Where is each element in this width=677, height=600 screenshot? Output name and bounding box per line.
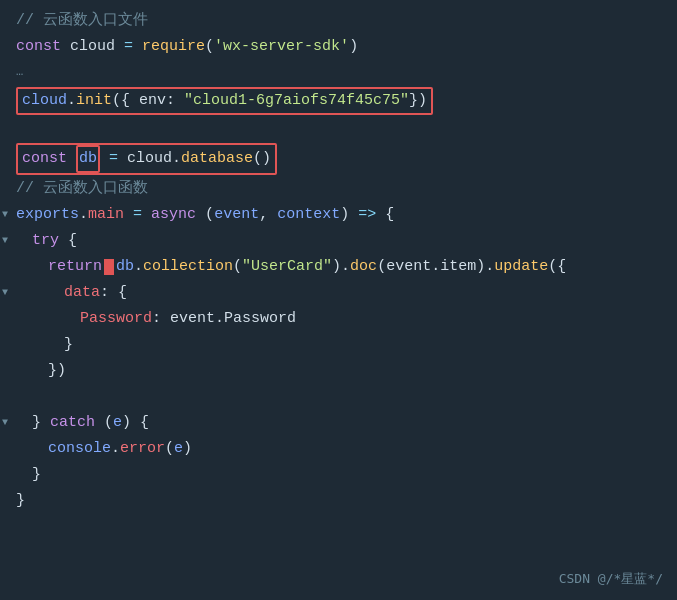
fn-require: require bbox=[142, 35, 205, 59]
brace-open-main: { bbox=[376, 203, 394, 227]
db-var-boxed: db bbox=[76, 145, 100, 173]
code-editor: // 云函数入口文件 const cloud = require ( 'wx-s… bbox=[0, 0, 677, 600]
db-ref: db bbox=[116, 255, 134, 279]
space7 bbox=[142, 203, 151, 227]
op-assign: = bbox=[133, 203, 142, 227]
comment-entry: // 云函数入口函数 bbox=[16, 177, 148, 201]
dot3: . bbox=[134, 255, 143, 279]
space4 bbox=[100, 147, 109, 171]
error-paren-close: ) bbox=[183, 437, 192, 461]
fn-update: update bbox=[494, 255, 548, 279]
line-data-open: ▼ data : { bbox=[0, 280, 677, 306]
space5: cloud. bbox=[118, 147, 181, 171]
fold-arrow-try[interactable]: ▼ bbox=[2, 233, 8, 249]
brace-catch-close: } bbox=[32, 463, 41, 487]
line-exports-close: } bbox=[0, 488, 677, 514]
init-args: ({ env: bbox=[112, 89, 184, 113]
error-arg: e bbox=[174, 437, 183, 461]
line-const-db: const db = cloud. database () bbox=[0, 142, 677, 176]
prop-password: Password bbox=[80, 307, 152, 331]
paren-close: ) bbox=[349, 35, 358, 59]
cursor-box bbox=[104, 259, 114, 275]
paren2: ( bbox=[233, 255, 242, 279]
kw-catch: catch bbox=[50, 411, 95, 435]
brace-before-catch: } bbox=[32, 411, 50, 435]
catch-brace: ) { bbox=[122, 411, 149, 435]
line-return: return db . collection ( "UserCard" ). d… bbox=[0, 254, 677, 280]
line-ellipsis: … bbox=[0, 60, 677, 86]
fold-arrow-catch[interactable]: ▼ bbox=[2, 415, 8, 431]
space8: ( bbox=[196, 203, 214, 227]
line-data-close: } bbox=[0, 332, 677, 358]
line-cloud-init: cloud . init ({ env: "cloud1-6g7aiofs74f… bbox=[0, 86, 677, 116]
arrow: ) bbox=[340, 203, 358, 227]
comma1: , bbox=[259, 203, 277, 227]
dot1: . bbox=[67, 89, 76, 113]
str-usercard: "UserCard" bbox=[242, 255, 332, 279]
brace-data-close: } bbox=[64, 333, 73, 357]
dot2: . bbox=[79, 203, 88, 227]
line-exports-main: ▼ exports . main = async ( event , conte… bbox=[0, 202, 677, 228]
fn-init: init bbox=[76, 89, 112, 113]
param-context: context bbox=[277, 203, 340, 227]
fat-arrow: => bbox=[358, 203, 376, 227]
line-password: Password : event. Password bbox=[0, 306, 677, 332]
space6 bbox=[124, 203, 133, 227]
update-close-parens: }) bbox=[48, 359, 66, 383]
db-parens: () bbox=[253, 147, 271, 171]
prop-data: data bbox=[64, 281, 100, 305]
paren-open: ( bbox=[205, 35, 214, 59]
operator-eq2: = bbox=[109, 147, 118, 171]
watermark: CSDN @/*星蓝*/ bbox=[559, 569, 663, 590]
fn-collection: collection bbox=[143, 255, 233, 279]
dot-console: . bbox=[111, 437, 120, 461]
line-comment-entry: // 云函数入口函数 bbox=[0, 176, 677, 202]
close-paren2: ). bbox=[332, 255, 350, 279]
doc-args: (event.item). bbox=[377, 255, 494, 279]
string-sdk: 'wx-server-sdk' bbox=[214, 35, 349, 59]
keyword-const: const bbox=[16, 35, 61, 59]
kw-try: try bbox=[32, 229, 59, 253]
exports-var: exports bbox=[16, 203, 79, 227]
catch-paren: ( bbox=[95, 411, 113, 435]
line-const-cloud: const cloud = require ( 'wx-server-sdk' … bbox=[0, 34, 677, 60]
line-update-close: }) bbox=[0, 358, 677, 384]
fn-database: database bbox=[181, 147, 253, 171]
kw-async: async bbox=[151, 203, 196, 227]
line-try: ▼ try { bbox=[0, 228, 677, 254]
param-event: event bbox=[214, 203, 259, 227]
colon-pw: : event. bbox=[152, 307, 224, 331]
line-blank2 bbox=[0, 384, 677, 410]
cloud-init-box: cloud . init ({ env: "cloud1-6g7aiofs74f… bbox=[16, 87, 433, 115]
cloud-var: cloud bbox=[22, 89, 67, 113]
line-blank1 bbox=[0, 116, 677, 142]
colon-data: : { bbox=[100, 281, 127, 305]
keyword-const2: const bbox=[22, 147, 67, 171]
operator-eq: = bbox=[124, 35, 133, 59]
space3 bbox=[67, 147, 76, 171]
brace-exports-close: } bbox=[16, 489, 25, 513]
const-db-box: const db = cloud. database () bbox=[16, 143, 277, 175]
catch-var: e bbox=[113, 411, 122, 435]
fn-error: error bbox=[120, 437, 165, 461]
error-paren-open: ( bbox=[165, 437, 174, 461]
comment-token: // 云函数入口文件 bbox=[16, 9, 148, 33]
brace-try: { bbox=[59, 229, 77, 253]
env-string: "cloud1-6g7aiofs74f45c75" bbox=[184, 89, 409, 113]
kw-return: return bbox=[48, 255, 102, 279]
space: cloud bbox=[61, 35, 124, 59]
console-var: console bbox=[48, 437, 111, 461]
line-catch: ▼ } catch ( e ) { bbox=[0, 410, 677, 436]
main-prop: main bbox=[88, 203, 124, 227]
fold-arrow-data[interactable]: ▼ bbox=[2, 285, 8, 301]
line-console-error: console . error ( e ) bbox=[0, 436, 677, 462]
event-password: Password bbox=[224, 307, 296, 331]
line-catch-close: } bbox=[0, 462, 677, 488]
line-comment-header: // 云函数入口文件 bbox=[0, 8, 677, 34]
update-open: ({ bbox=[548, 255, 566, 279]
init-close: }) bbox=[409, 89, 427, 113]
fold-arrow-exports[interactable]: ▼ bbox=[2, 207, 8, 223]
fn-doc: doc bbox=[350, 255, 377, 279]
space2 bbox=[133, 35, 142, 59]
ellipsis-token: … bbox=[16, 63, 23, 82]
